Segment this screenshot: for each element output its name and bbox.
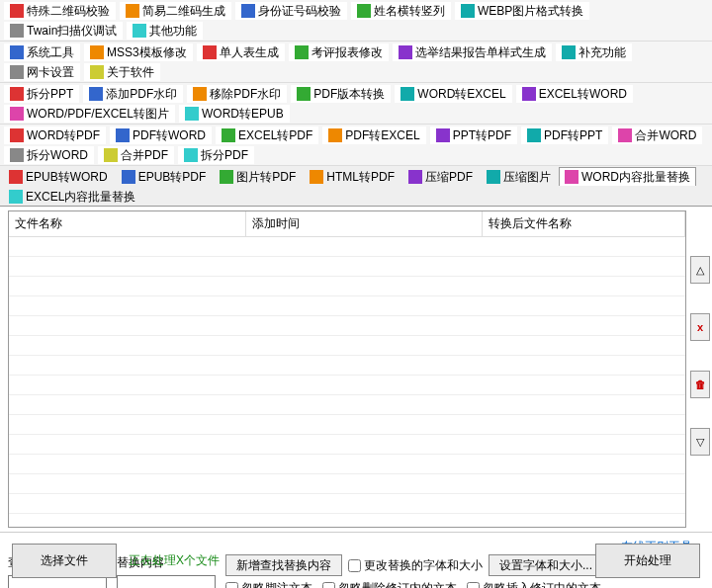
tool-label: 拆分PPT bbox=[27, 86, 73, 103]
table-row[interactable] bbox=[9, 356, 685, 376]
tool-icon bbox=[90, 45, 104, 59]
column-header[interactable]: 转换后文件名称 bbox=[482, 211, 684, 237]
remove-all-button[interactable]: 🗑 bbox=[690, 371, 710, 398]
word-to-pdf[interactable]: WORD转PDF bbox=[4, 126, 106, 144]
webp-convert[interactable]: WEBP图片格式转换 bbox=[455, 2, 589, 20]
word-to-epub[interactable]: WORD转EPUB bbox=[179, 105, 290, 123]
tab-icon bbox=[487, 170, 500, 184]
tab-EPUB转PDF[interactable]: EPUB转PDF bbox=[116, 167, 213, 186]
tab-icon bbox=[565, 170, 578, 184]
tool-label: 拆分PDF bbox=[201, 147, 248, 164]
tab-WORD内容批量替换[interactable]: WORD内容批量替换 bbox=[559, 167, 696, 186]
eval-report[interactable]: 考评报表修改 bbox=[289, 43, 389, 61]
split-word[interactable]: 拆分WORD bbox=[4, 146, 94, 164]
merge-pdf[interactable]: 合并PDF bbox=[98, 146, 174, 164]
name-rotate[interactable]: 姓名横转竖列 bbox=[351, 2, 451, 20]
mss3-template[interactable]: MSS3模板修改 bbox=[84, 43, 193, 61]
tool-icon bbox=[436, 128, 450, 142]
tool-icon bbox=[10, 128, 24, 142]
excel-to-word[interactable]: EXCEL转WORD bbox=[516, 85, 633, 103]
split-pdf[interactable]: 拆分PDF bbox=[178, 146, 254, 164]
check-label: 忽略删除修订内的文本 bbox=[338, 580, 457, 588]
tab-EPUB转WORD[interactable]: EPUB转WORD bbox=[3, 167, 114, 186]
table-row[interactable] bbox=[9, 415, 685, 435]
tool-icon bbox=[618, 128, 632, 142]
about[interactable]: 关于软件 bbox=[84, 63, 160, 81]
system-tools[interactable]: 系统工具 bbox=[4, 43, 80, 61]
twain-scan[interactable]: Twain扫描仪调试 bbox=[4, 22, 123, 40]
network-card[interactable]: 网卡设置 bbox=[4, 63, 80, 81]
table-row[interactable] bbox=[9, 237, 685, 257]
tool-icon bbox=[203, 45, 217, 59]
tool-label: 合并WORD bbox=[635, 127, 696, 144]
tab-icon bbox=[9, 170, 23, 184]
tool-label: 补充功能 bbox=[578, 44, 626, 61]
pdf-to-excel[interactable]: PDF转EXCEL bbox=[322, 126, 425, 144]
start-process-button[interactable]: 开始处理 bbox=[595, 544, 700, 578]
table-row[interactable] bbox=[9, 474, 685, 494]
tab-label: HTML转PDF bbox=[326, 169, 395, 186]
pdf-to-ppt[interactable]: PDF转PPT bbox=[521, 126, 608, 144]
excel-to-pdf[interactable]: EXCEL转PDF bbox=[216, 126, 318, 144]
table-row[interactable] bbox=[9, 376, 685, 395]
tab-EXCEL内容批量替换[interactable]: EXCEL内容批量替换 bbox=[3, 187, 141, 206]
tool-label: MSS3模板修改 bbox=[107, 44, 187, 61]
delete-button[interactable]: x bbox=[690, 313, 710, 341]
simple-qr-gen[interactable]: 简易二维码生成 bbox=[120, 2, 231, 20]
tool-icon bbox=[400, 87, 414, 101]
add-watermark[interactable]: 添加PDF水印 bbox=[83, 85, 183, 103]
single-form[interactable]: 单人表生成 bbox=[197, 43, 285, 61]
doc-to-image[interactable]: WORD/PDF/EXCEL转图片 bbox=[4, 105, 175, 123]
check-label: 忽略插入修订中的文本 bbox=[483, 580, 601, 588]
election-report[interactable]: 选举结果报告单样式生成 bbox=[393, 43, 552, 61]
move-down-button[interactable]: ▽ bbox=[690, 428, 710, 456]
tab-icon bbox=[408, 170, 422, 184]
tool-icon bbox=[357, 4, 371, 18]
tool-label: PPT转PDF bbox=[453, 127, 511, 144]
tool-icon bbox=[10, 24, 24, 38]
remove-watermark[interactable]: 移除PDF水印 bbox=[187, 85, 287, 103]
tool-label: PDF转PPT bbox=[544, 127, 602, 144]
option-check[interactable]: 忽略插入修订中的文本 bbox=[467, 580, 601, 588]
tool-icon bbox=[133, 24, 146, 38]
tab-压缩图片[interactable]: 压缩图片 bbox=[481, 167, 557, 186]
column-header[interactable]: 文件名称 bbox=[9, 211, 245, 237]
split-ppt[interactable]: 拆分PPT bbox=[4, 85, 79, 103]
pdf-to-word[interactable]: PDF转WORD bbox=[110, 126, 212, 144]
tab-压缩PDF[interactable]: 压缩PDF bbox=[402, 167, 479, 186]
table-row[interactable] bbox=[9, 435, 685, 455]
option-check[interactable]: 忽略删除修订内的文本 bbox=[322, 580, 457, 588]
other-tools[interactable]: 其他功能 bbox=[127, 22, 203, 40]
table-row[interactable] bbox=[9, 395, 685, 415]
tool-label: PDF转EXCEL bbox=[345, 127, 419, 144]
tab-icon bbox=[9, 190, 23, 204]
tool-label: EXCEL转WORD bbox=[539, 86, 627, 103]
special-qr-verify[interactable]: 特殊二维码校验 bbox=[4, 2, 116, 20]
tool-label: 系统工具 bbox=[27, 44, 74, 61]
table-row[interactable] bbox=[9, 316, 685, 336]
move-up-button[interactable]: △ bbox=[690, 256, 710, 284]
tab-icon bbox=[220, 170, 233, 184]
merge-word[interactable]: 合并WORD bbox=[612, 126, 702, 144]
table-row[interactable] bbox=[9, 336, 685, 356]
id-verify[interactable]: 身份证号码校验 bbox=[235, 2, 347, 20]
tool-icon bbox=[222, 128, 235, 142]
tab-label: 图片转PDF bbox=[236, 169, 296, 186]
ppt-to-pdf[interactable]: PPT转PDF bbox=[430, 126, 517, 144]
select-file-button[interactable]: 选择文件 bbox=[12, 544, 117, 578]
table-row[interactable] bbox=[9, 494, 685, 514]
file-table: 文件名称添加时间转换后文件名称 bbox=[8, 210, 686, 528]
column-header[interactable]: 添加时间 bbox=[245, 211, 482, 237]
extra-func[interactable]: 补充功能 bbox=[556, 43, 632, 61]
word-to-excel[interactable]: WORD转EXCEL bbox=[395, 85, 511, 103]
table-row[interactable] bbox=[9, 455, 685, 474]
table-row[interactable] bbox=[9, 296, 685, 316]
table-row[interactable] bbox=[9, 514, 685, 529]
tab-HTML转PDF[interactable]: HTML转PDF bbox=[304, 167, 400, 186]
option-check[interactable]: 忽略脚注文本 bbox=[225, 580, 312, 588]
table-row[interactable] bbox=[9, 257, 685, 277]
tool-label: WORD转EPUB bbox=[202, 106, 284, 123]
table-row[interactable] bbox=[9, 277, 685, 296]
tab-图片转PDF[interactable]: 图片转PDF bbox=[214, 167, 302, 186]
pdf-version[interactable]: PDF版本转换 bbox=[291, 85, 391, 103]
